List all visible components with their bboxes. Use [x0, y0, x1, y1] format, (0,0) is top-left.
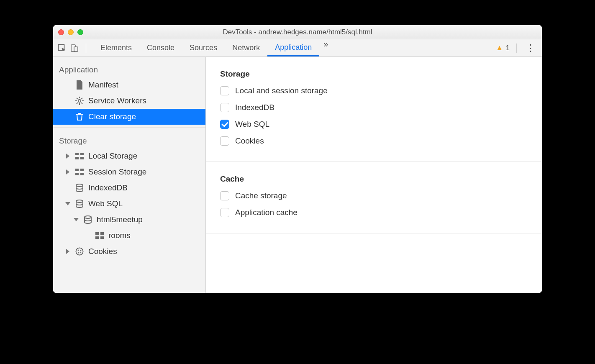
svg-point-27 [76, 248, 83, 255]
svg-point-30 [78, 252, 80, 254]
svg-rect-13 [80, 153, 84, 155]
svg-point-21 [76, 200, 83, 203]
cache-section: Cache Cache storage Application cache [206, 162, 542, 233]
option-label: Cookies [235, 136, 264, 146]
toolbar-separator [86, 44, 86, 53]
option-label: Cache storage [235, 191, 287, 200]
svg-rect-26 [100, 236, 104, 239]
sidebar-item-web-sql[interactable]: Web SQL [53, 196, 205, 212]
tab-application[interactable]: Application [267, 39, 319, 56]
sidebar-item-session-storage[interactable]: Session Storage [53, 164, 205, 180]
checkbox-unchecked-icon [220, 208, 229, 217]
option-label: IndexedDB [235, 103, 274, 112]
svg-rect-18 [75, 173, 79, 175]
collapse-icon [65, 202, 70, 205]
svg-rect-25 [95, 236, 99, 239]
svg-rect-23 [95, 232, 99, 235]
clear-storage-panel: Storage Local and session storage Indexe… [206, 57, 542, 293]
svg-rect-16 [75, 169, 79, 171]
option-label: Local and session storage [235, 86, 328, 95]
sidebar-item-local-storage[interactable]: Local Storage [53, 148, 205, 164]
sidebar-item-label: Local Storage [88, 151, 137, 161]
sidebar-item-label: Web SQL [88, 199, 123, 208]
cookie-icon [75, 247, 84, 256]
svg-rect-14 [75, 157, 79, 159]
sidebar-item-clear-storage[interactable]: Clear storage [53, 109, 205, 125]
sidebar-item-label: Clear storage [88, 112, 136, 121]
tab-network[interactable]: Network [225, 39, 267, 56]
checkbox-unchecked-icon [220, 103, 229, 112]
sidebar-item-label: IndexedDB [88, 183, 128, 192]
sidebar-item-label: Manifest [88, 80, 118, 90]
checkbox-unchecked-icon [220, 191, 229, 200]
expand-icon [66, 169, 69, 174]
sidebar-section-application: Application [53, 62, 205, 77]
option-application-cache[interactable]: Application cache [220, 208, 528, 217]
svg-point-31 [80, 252, 82, 254]
warning-count: 1 [506, 44, 510, 52]
storage-heading: Storage [220, 69, 528, 79]
sidebar-item-manifest[interactable]: Manifest [53, 77, 205, 93]
sidebar-section-storage: Storage [53, 133, 205, 148]
storage-grid-icon [75, 167, 84, 177]
sidebar-item-label: Session Storage [88, 167, 146, 177]
expand-icon [66, 154, 69, 159]
svg-point-28 [78, 250, 79, 251]
database-icon [83, 215, 92, 224]
option-cookies[interactable]: Cookies [220, 136, 528, 146]
sidebar-item-cookies[interactable]: Cookies [53, 244, 205, 259]
svg-point-20 [76, 184, 83, 187]
sidebar-separator [53, 127, 205, 133]
more-tabs-icon[interactable]: » [319, 39, 332, 56]
warning-icon: ▲ [496, 44, 503, 52]
cache-heading: Cache [220, 174, 528, 184]
svg-line-10 [77, 103, 78, 104]
sidebar-item-indexeddb[interactable]: IndexedDB [53, 180, 205, 196]
toolbar-separator [516, 44, 517, 53]
option-local-session-storage[interactable]: Local and session storage [220, 86, 528, 95]
window-title: DevTools - andrew.hedges.name/html5/sql.… [53, 28, 542, 36]
svg-point-29 [80, 250, 82, 251]
titlebar: DevTools - andrew.hedges.name/html5/sql.… [53, 25, 542, 39]
svg-line-11 [81, 98, 82, 99]
sidebar-item-web-sql-table[interactable]: rooms [53, 228, 205, 244]
storage-section: Storage Local and session storage Indexe… [206, 57, 542, 162]
sidebar-item-label: Service Workers [88, 96, 146, 105]
svg-rect-17 [80, 169, 84, 171]
devtools-menu-icon[interactable]: ⋮ [523, 43, 538, 54]
expand-icon [66, 249, 69, 254]
svg-rect-12 [75, 153, 79, 155]
svg-line-8 [77, 98, 78, 99]
devtools-window: DevTools - andrew.hedges.name/html5/sql.… [53, 25, 542, 293]
gear-icon [75, 96, 84, 105]
table-icon [95, 231, 104, 240]
option-indexeddb[interactable]: IndexedDB [220, 103, 528, 112]
option-label: Web SQL [235, 120, 269, 129]
tab-elements[interactable]: Elements [93, 39, 139, 56]
warnings-indicator[interactable]: ▲ 1 [496, 44, 510, 52]
checkbox-checked-icon [220, 120, 229, 129]
tab-console[interactable]: Console [139, 39, 182, 56]
devtools-panel-tabs: Elements Console Sources Network Applica… [93, 39, 332, 56]
inspect-element-icon[interactable] [57, 44, 67, 53]
option-web-sql[interactable]: Web SQL [220, 120, 528, 129]
devtools-toolbar: Elements Console Sources Network Applica… [53, 39, 542, 57]
sidebar-item-label: Cookies [88, 247, 117, 256]
collapse-icon [74, 218, 79, 221]
svg-rect-15 [80, 157, 84, 159]
sidebar-item-service-workers[interactable]: Service Workers [53, 93, 205, 109]
option-label: Application cache [235, 208, 298, 217]
application-sidebar: Application Manifest Service Workers [53, 57, 206, 293]
tab-sources[interactable]: Sources [182, 39, 225, 56]
sidebar-item-web-sql-database[interactable]: html5meetup [53, 212, 205, 228]
svg-rect-2 [74, 47, 78, 51]
devtools-body: Application Manifest Service Workers [53, 57, 542, 293]
device-toolbar-icon[interactable] [70, 44, 79, 53]
database-icon [75, 199, 84, 208]
storage-grid-icon [75, 151, 84, 161]
svg-rect-19 [80, 173, 84, 175]
option-cache-storage[interactable]: Cache storage [220, 191, 528, 200]
manifest-icon [75, 80, 84, 90]
checkbox-unchecked-icon [220, 136, 229, 146]
svg-point-22 [85, 216, 91, 218]
